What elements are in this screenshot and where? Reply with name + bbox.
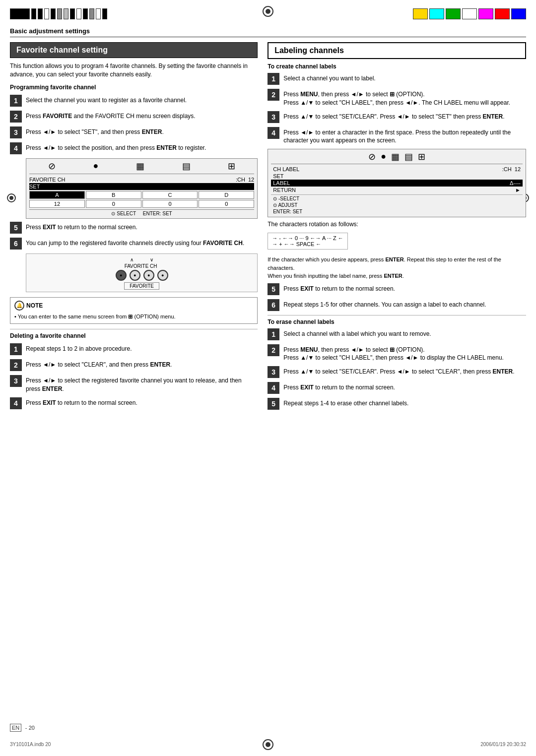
create-step-4: 4 Press ◄/► to enter a character in the … <box>268 127 526 145</box>
create-step-1: 1 Select a channel you want to label. <box>268 73 526 85</box>
label-label-row: LABELΔ---- <box>271 180 523 187</box>
label-adjust-row: ⊙ ADJUST <box>271 202 523 208</box>
cell-12: 12 <box>29 200 85 208</box>
bar9 <box>76 8 81 19</box>
fav-btn-1: ● <box>116 270 127 281</box>
cell-0a: 0 <box>86 200 141 208</box>
create-step-2-number: 2 <box>268 89 279 101</box>
step-3: 3 Press ◄/► to select "SET", and then pr… <box>10 126 258 138</box>
delete-step-2-text: Press ◄/► to select "CLEAR", and then pr… <box>26 359 172 369</box>
bar2 <box>31 8 36 19</box>
favorite-diagram: ∧ ∨ FAVORITE CH ● ● ● ● FAVORITE <box>26 253 258 292</box>
menu-icons: ⊘●▦▤⊞ <box>29 161 254 174</box>
fav-btn-3: ● <box>143 270 154 281</box>
label-menu-icons: ⊘●▦▤⊞ <box>271 151 523 164</box>
bar-b <box>511 8 526 19</box>
top-center-circle <box>263 6 273 17</box>
left-column: Favorite channel setting This function a… <box>10 42 258 414</box>
label-menu-mockup: ⊘●▦▤⊞ CH LABEL:CH 12 SET LABELΔ---- RETU… <box>268 149 526 217</box>
step-6-number: 6 <box>10 238 22 250</box>
note-title: 🔔 NOTE <box>14 301 253 311</box>
label-select-row: ⊙ -SELECT <box>271 194 523 202</box>
create-step-5-number: 5 <box>268 283 279 295</box>
menu-set-row: SET <box>29 183 254 190</box>
char-rotation-label: The characters rotation as follows: <box>268 220 526 228</box>
bar1 <box>10 8 30 19</box>
delete-step-4-text: Press EXIT to return to the normal scree… <box>26 397 137 407</box>
bottom-right-text: 2006/01/19 20:30:32 <box>480 742 526 747</box>
bar-g <box>446 8 461 19</box>
label-enter-row: ENTER: SET <box>271 208 523 215</box>
bar-w <box>462 8 477 19</box>
create-step-1-number: 1 <box>268 73 279 85</box>
fav-btn-2: ● <box>130 270 140 281</box>
programming-title: Programming favorite channel <box>10 84 258 91</box>
create-step-6-text: Repeat steps 1-5 for other channels. You… <box>283 299 486 309</box>
page-title: Basic adjustment settings <box>10 27 526 37</box>
delete-step-3-text: Press ◄/► to select the registered favor… <box>26 375 258 393</box>
step-5-text: Press EXIT to return to the normal scree… <box>26 222 137 232</box>
menu-fav-ch-row: FAVORITE CH:CH 12 <box>29 176 254 183</box>
erase-step-4-number: 4 <box>268 382 279 394</box>
bar-m <box>478 8 493 19</box>
favorite-intro-text: This function allows you to program 4 fa… <box>10 62 258 79</box>
fav-favorite-label: FAVORITE <box>29 283 254 289</box>
erase-step-5: 5 Repeat steps 1-4 to erase other channe… <box>268 398 526 410</box>
bar10 <box>83 8 88 19</box>
delete-step-1-text: Repeat steps 1 to 2 in above procedure. <box>26 343 132 353</box>
page-dash: - <box>25 725 27 731</box>
create-step-2-text: Press MENU, then press ◄/► to select ⊞ (… <box>283 89 510 107</box>
right-color-bars <box>413 8 526 19</box>
bar5 <box>51 8 56 19</box>
bottom-center-circle <box>263 739 273 750</box>
erase-step-5-number: 5 <box>268 398 279 410</box>
step-6-text: You can jump to the registered favorite … <box>26 238 244 248</box>
bar-c <box>429 8 444 19</box>
create-step-6-number: 6 <box>268 299 279 311</box>
note-text: • You can enter to the same menu screen … <box>14 313 253 321</box>
bottom-left-text: 3Y10101A.indb 20 <box>10 742 51 747</box>
menu-grid: A B C D 12 0 0 0 <box>29 191 254 208</box>
erase-step-5-text: Repeat steps 1-4 to erase other channel … <box>283 398 408 408</box>
char-rotation-line2: → + ←→ SPACE ← <box>272 241 343 247</box>
bar13 <box>102 8 107 19</box>
fav-buttons: ● ● ● ● <box>29 270 254 281</box>
en-label: EN <box>10 724 21 732</box>
note-icon: 🔔 <box>14 301 24 311</box>
step-4-text: Press ◄/► to select the position, and th… <box>26 142 206 152</box>
cell-0c: 0 <box>199 200 254 208</box>
erase-step-4: 4 Press EXIT to return to the normal scr… <box>268 382 526 394</box>
divider-right <box>268 315 526 315</box>
char-rotation-line1: → - ←→ 0 ··· 9 ←→ A ··· Z ← <box>272 235 343 241</box>
en-page-label: EN - 20 <box>10 724 35 731</box>
delete-step-2-number: 2 <box>10 359 22 371</box>
delete-step-3-number: 3 <box>10 375 22 387</box>
label-return-row: RETURN► <box>271 187 523 193</box>
bar-y <box>413 8 428 19</box>
create-step-6: 6 Repeat steps 1-5 for other channels. Y… <box>268 299 526 311</box>
erase-step-4-text: Press EXIT to return to the normal scree… <box>283 382 395 392</box>
erase-step-3-number: 3 <box>268 366 279 378</box>
bar3 <box>38 8 43 19</box>
page-number: 20 <box>29 725 35 731</box>
favorite-channel-header: Favorite channel setting <box>10 42 258 58</box>
step-1-number: 1 <box>10 95 22 107</box>
step-4: 4 Press ◄/► to select the position, and … <box>10 142 258 154</box>
step-2-number: 2 <box>10 111 22 123</box>
erase-title: To erase channel labels <box>268 318 526 325</box>
step-5-number: 5 <box>10 222 22 234</box>
label-ch-label-row: CH LABEL:CH 12 <box>271 166 523 173</box>
create-step-1-text: Select a channel you want to label. <box>283 73 375 83</box>
create-step-3: 3 Press ▲/▼ to select "SET/CLEAR". Press… <box>268 111 526 123</box>
fav-label-top: ∧ ∨ <box>29 257 254 262</box>
create-step-2: 2 Press MENU, then press ◄/► to select ⊞… <box>268 89 526 107</box>
bar12 <box>96 8 101 19</box>
delete-step-3: 3 Press ◄/► to select the registered fav… <box>10 375 258 393</box>
erase-step-1-number: 1 <box>268 328 279 340</box>
create-step-4-number: 4 <box>268 127 279 139</box>
right-column: Labeling channels To create channel labe… <box>268 42 526 414</box>
bar11 <box>89 8 94 19</box>
step-1-text: Select the channel you want to register … <box>26 95 187 105</box>
create-step-3-text: Press ▲/▼ to select "SET/CLEAR". Press ◄… <box>283 111 504 121</box>
labeling-header: Labeling channels <box>268 42 526 59</box>
